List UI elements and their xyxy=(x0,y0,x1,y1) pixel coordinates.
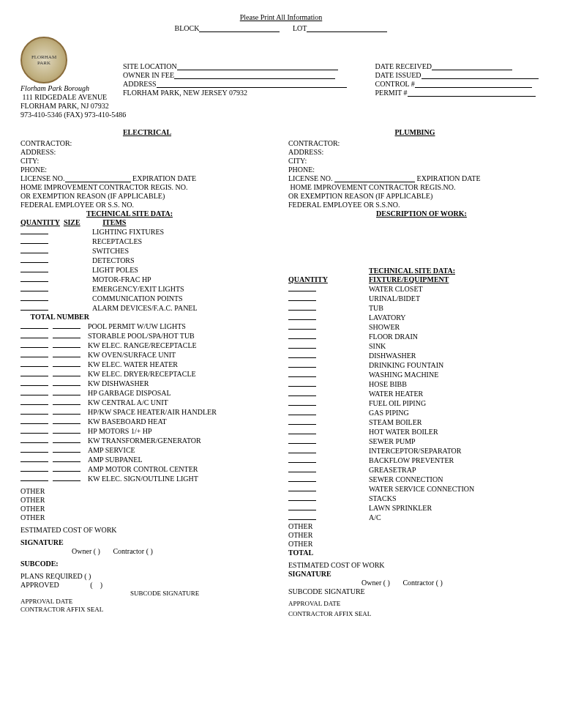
qty-field[interactable] xyxy=(20,303,48,311)
item-label: LIGHTING FIXTURES xyxy=(92,228,164,236)
qty-field[interactable] xyxy=(288,313,316,320)
block-field[interactable] xyxy=(199,24,280,32)
qty-field[interactable] xyxy=(20,379,48,386)
item-label: AMP SUBPANEL xyxy=(88,456,143,464)
size-field[interactable] xyxy=(53,417,80,424)
qty-field[interactable] xyxy=(20,474,48,481)
qty-field[interactable] xyxy=(288,322,316,330)
qty-field[interactable] xyxy=(20,464,48,472)
qty-field[interactable] xyxy=(288,360,316,368)
qty-field[interactable] xyxy=(288,503,316,510)
qty-field[interactable] xyxy=(288,379,316,387)
owner-in-fee-field[interactable] xyxy=(174,71,335,79)
size-field[interactable] xyxy=(53,379,80,386)
qty-field[interactable] xyxy=(288,513,316,520)
qty-field[interactable] xyxy=(20,388,48,395)
item-label: LAWN SPRINKLER xyxy=(369,504,432,512)
qty-field[interactable] xyxy=(288,332,316,339)
qty-field[interactable] xyxy=(288,284,316,291)
qty-field[interactable] xyxy=(20,436,48,443)
qty-field[interactable] xyxy=(288,427,316,434)
lot-field[interactable] xyxy=(307,24,387,32)
date-issued-field[interactable] xyxy=(422,71,539,79)
electrical-section: ELECTRICAL CONTRACTOR: ADDRESS: CITY: PH… xyxy=(20,124,274,618)
qty-field[interactable] xyxy=(288,456,316,463)
qty-field[interactable] xyxy=(288,494,316,501)
qty-field[interactable] xyxy=(20,265,48,272)
size-field[interactable] xyxy=(53,445,80,453)
qty-field[interactable] xyxy=(288,294,316,301)
qty-field[interactable] xyxy=(288,351,316,358)
address-field[interactable] xyxy=(157,80,347,88)
size-field[interactable] xyxy=(53,331,80,338)
item-label: FUEL OIL PIPING xyxy=(369,399,426,407)
electrical-title: ELECTRICAL xyxy=(20,128,274,136)
qty-field[interactable] xyxy=(20,369,48,376)
qty-field[interactable] xyxy=(20,417,48,424)
qty-field[interactable] xyxy=(20,426,48,434)
qty-field[interactable] xyxy=(288,475,316,482)
item-label: SINK xyxy=(369,342,386,350)
qty-field[interactable] xyxy=(288,446,316,453)
elec-owner-checkbox[interactable]: Owner ( ) xyxy=(72,547,100,555)
item-label: HOT WATER BOILER xyxy=(369,428,438,436)
qty-field[interactable] xyxy=(20,360,48,367)
qty-field[interactable] xyxy=(20,341,48,348)
control-field[interactable] xyxy=(415,80,532,88)
qty-field[interactable] xyxy=(20,455,48,462)
header-print-all: Please Print All Information xyxy=(20,13,542,21)
qty-field[interactable] xyxy=(288,389,316,396)
item-label: FLOOR DRAIN xyxy=(369,333,418,341)
qty-field[interactable] xyxy=(20,256,48,263)
qty-field[interactable] xyxy=(20,322,48,329)
size-field[interactable] xyxy=(53,369,80,376)
permit-field[interactable] xyxy=(408,89,536,97)
size-field[interactable] xyxy=(53,388,80,395)
qty-field[interactable] xyxy=(288,417,316,425)
item-label: LAVATORY xyxy=(369,313,406,322)
qty-field[interactable] xyxy=(20,294,48,301)
elec-contractor-checkbox[interactable]: Contractor ( ) xyxy=(113,547,152,555)
qty-field[interactable] xyxy=(20,398,48,405)
qty-field[interactable] xyxy=(288,370,316,377)
item-label: SEWER CONNECTION xyxy=(369,475,443,483)
qty-field[interactable] xyxy=(288,398,316,406)
size-field[interactable] xyxy=(53,426,80,434)
qty-field[interactable] xyxy=(20,407,48,415)
qty-field[interactable] xyxy=(20,445,48,453)
qty-field[interactable] xyxy=(288,408,316,415)
qty-field[interactable] xyxy=(288,437,316,444)
date-received-field[interactable] xyxy=(432,62,512,70)
qty-field[interactable] xyxy=(20,227,48,234)
qty-field[interactable] xyxy=(20,246,48,253)
qty-field[interactable] xyxy=(20,350,48,357)
qty-field[interactable] xyxy=(20,284,48,291)
size-field[interactable] xyxy=(53,322,80,329)
size-field[interactable] xyxy=(53,436,80,443)
plumb-contractor-checkbox[interactable]: Contractor ( ) xyxy=(402,579,442,587)
qty-field[interactable] xyxy=(288,303,316,311)
qty-field[interactable] xyxy=(20,331,48,338)
plumbing-title: PLUMBING xyxy=(288,128,542,136)
size-field[interactable] xyxy=(53,360,80,367)
size-field[interactable] xyxy=(53,341,80,348)
elec-license-field[interactable] xyxy=(65,174,131,182)
size-field[interactable] xyxy=(53,474,80,481)
size-field[interactable] xyxy=(53,398,80,405)
size-field[interactable] xyxy=(53,350,80,357)
qty-field[interactable] xyxy=(20,275,48,282)
plumb-license-field[interactable] xyxy=(334,174,415,182)
size-field[interactable] xyxy=(53,455,80,462)
item-label: DRINKING FOUNTAIN xyxy=(369,361,443,369)
plans-required-checkbox[interactable]: PLANS REQUIRED ( ) xyxy=(20,572,91,580)
site-location-field[interactable] xyxy=(177,62,338,70)
qty-field[interactable] xyxy=(288,484,316,491)
qty-field[interactable] xyxy=(20,237,48,244)
plumb-owner-checkbox[interactable]: Owner ( ) xyxy=(361,579,390,587)
size-field[interactable] xyxy=(53,464,80,472)
qty-field[interactable] xyxy=(288,341,316,349)
qty-field[interactable] xyxy=(288,465,316,472)
item-label: EMERGENCY/EXIT LIGHTS xyxy=(92,285,184,293)
size-field[interactable] xyxy=(53,407,80,415)
item-label: STEAM BOILER xyxy=(369,418,422,426)
